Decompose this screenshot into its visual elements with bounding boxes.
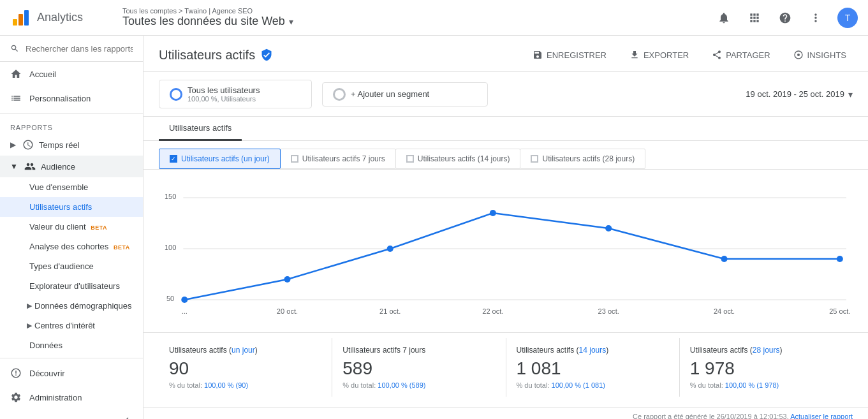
share-icon	[712, 50, 722, 60]
data-point-5	[605, 225, 612, 232]
sidebar-search-area[interactable]	[0, 36, 143, 62]
sidebar-section-rapports: RAPPORTS	[0, 116, 143, 134]
data-point-6	[721, 256, 727, 262]
sidebar-divider-2	[0, 358, 143, 358]
date-range-picker[interactable]: 19 oct. 2019 - 25 oct. 2019 ▾	[746, 89, 853, 99]
date-range-chevron: ▾	[848, 89, 853, 99]
sidebar-item-audience[interactable]: ▼ Audience	[0, 156, 143, 177]
sidebar-item-decouvrir[interactable]: Découvrir	[0, 361, 143, 385]
sidebar-sub-item-donnees[interactable]: Données	[0, 335, 143, 355]
stat-link-28[interactable]: 28 jours	[753, 346, 780, 355]
insights-icon	[793, 50, 804, 60]
chart-tab-7-jours[interactable]: Utilisateurs actifs 7 jours	[280, 149, 396, 169]
segment-chip-2[interactable]: + Ajouter un segment	[322, 82, 488, 107]
chart-tab-14-jours[interactable]: Utilisateurs actifs (14 jours)	[395, 149, 521, 169]
site-title[interactable]: Toutes les données du site Web ▾	[122, 15, 715, 28]
sidebar-sub-item-vue-ensemble[interactable]: Vue d'ensemble	[0, 177, 143, 197]
page-title-area: Utilisateurs actifs	[159, 48, 273, 62]
svg-rect-1	[18, 14, 23, 26]
save-button[interactable]: ENREGISTRER	[526, 46, 613, 64]
nav-icons: T	[715, 8, 858, 28]
export-button[interactable]: EXPORTER	[623, 46, 695, 64]
chart-tab-checkbox-14	[406, 155, 414, 163]
sidebar-decouvrir-label: Découvrir	[29, 369, 65, 378]
sidebar-item-accueil[interactable]: Accueil	[0, 62, 143, 86]
stat-link-1[interactable]: un jour	[232, 346, 255, 355]
discover-icon	[10, 367, 22, 379]
bell-icon-btn[interactable]	[715, 9, 733, 27]
tab-utilisateurs-actifs[interactable]: Utilisateurs actifs	[159, 117, 242, 141]
chart-tab-14-label: Utilisateurs actifs (14 jours)	[418, 154, 510, 163]
sidebar-sub-item-valeur-client[interactable]: Valeur du client BETA	[0, 217, 143, 237]
sidebar-sub-item-donnees-demographiques[interactable]: ▶ Données démographiques	[0, 296, 143, 316]
audience-icon	[24, 161, 36, 172]
chart-tab-checkbox-28	[531, 155, 538, 163]
footer-text: Ce rapport a été généré le 26/10/2019 à …	[633, 413, 789, 419]
svg-text:24 oct.: 24 oct.	[714, 307, 735, 315]
svg-text:21 oct.: 21 oct.	[379, 307, 401, 315]
stat-sublabel-link-7[interactable]: 100,00 % (589)	[378, 381, 425, 389]
chart-tab-28-jours[interactable]: Utilisateurs actifs (28 jours)	[520, 149, 645, 169]
search-icon	[10, 43, 19, 54]
home-icon	[10, 68, 22, 80]
sidebar-item-personnalisation[interactable]: Personnalisation	[0, 86, 143, 110]
chart-tab-1-label: Utilisateurs actifs (un jour)	[181, 154, 270, 163]
beta-badge-cohortes: BETA	[114, 244, 130, 251]
svg-text:20 oct.: 20 oct.	[277, 307, 298, 315]
avatar[interactable]: T	[837, 8, 858, 28]
svg-text:50: 50	[166, 295, 174, 302]
sidebar-sub-item-types-audience[interactable]: Types d'audience	[0, 256, 143, 276]
chevron-donnees-demo: ▶	[27, 302, 32, 310]
sidebar-sub-item-utilisateurs-actifs[interactable]: Utilisateurs actifs	[0, 197, 143, 217]
beta-badge-valeur: BETA	[91, 224, 107, 231]
data-point-3	[387, 246, 394, 252]
stat-link-14[interactable]: 14 jours	[579, 346, 607, 355]
share-button[interactable]: PARTAGER	[705, 46, 776, 64]
stat-item-14-jours: Utilisateurs actifs (14 jours) 1 081 % d…	[506, 338, 680, 397]
search-input[interactable]	[26, 44, 133, 54]
segment-chip-1[interactable]: Tous les utilisateurs 100,00 %, Utilisat…	[159, 80, 312, 108]
sidebar-sub-item-centres-interet[interactable]: ▶ Centres d'intérêt	[0, 316, 143, 335]
admin-icon	[10, 392, 22, 403]
insights-label: INSIGHTS	[807, 50, 846, 60]
content-header: Utilisateurs actifs ENREGISTRER EXPORTER…	[143, 36, 868, 72]
more-icon-btn[interactable]	[807, 9, 825, 27]
stat-item-1-jour: Utilisateurs actifs (un jour) 90 % du to…	[159, 338, 332, 397]
stat-sublabel-link-1[interactable]: 100,00 % (90)	[204, 381, 248, 389]
personalization-icon	[10, 92, 22, 104]
sidebar-collapse-button[interactable]	[0, 409, 143, 419]
svg-text:25 oct.: 25 oct.	[829, 307, 850, 315]
chart-tab-1-jour[interactable]: Utilisateurs actifs (un jour)	[159, 149, 281, 169]
stat-sublabel-link-28[interactable]: 100,00 % (1 978)	[725, 381, 779, 389]
sidebar-item-administration[interactable]: Administration	[0, 385, 143, 409]
clock-icon	[22, 139, 34, 151]
stat-value-28: 1 978	[690, 358, 842, 379]
chart-tabs: Utilisateurs actifs (un jour) Utilisateu…	[143, 141, 868, 170]
help-icon-btn[interactable]	[776, 9, 794, 27]
stat-item-7-jours: Utilisateurs actifs 7 jours 589 % du tot…	[332, 338, 506, 397]
sidebar-divider	[0, 113, 143, 114]
header-actions: ENREGISTRER EXPORTER PARTAGER INSIGHTS	[526, 46, 853, 64]
top-nav: Analytics Tous les comptes > Twaino | Ag…	[0, 0, 868, 36]
verified-icon	[260, 48, 273, 61]
segment-1-sublabel: 100,00 %, Utilisateurs	[188, 95, 260, 103]
chart-tab-7-label: Utilisateurs actifs 7 jours	[302, 154, 385, 163]
refresh-link[interactable]: Actualiser le rapport	[790, 413, 853, 419]
stat-value-7: 589	[342, 358, 495, 379]
more-icon	[809, 11, 822, 24]
chart-tab-checkbox-1	[170, 155, 177, 163]
grid-icon-btn[interactable]	[746, 9, 763, 27]
segment-circle-1	[170, 88, 182, 101]
sidebar-sub-item-explorateur[interactable]: Explorateur d'utilisateurs	[0, 276, 143, 296]
insights-button[interactable]: INSIGHTS	[787, 46, 853, 64]
bell-icon	[717, 11, 730, 24]
stat-value-1: 90	[169, 358, 321, 379]
sidebar-sub-item-analyse-cohortes[interactable]: Analyse des cohortes BETA	[0, 237, 143, 256]
svg-text:23 oct.: 23 oct.	[598, 307, 619, 315]
stat-sublabel-link-14[interactable]: 100,00 % (1 081)	[552, 381, 605, 389]
collapse-icon	[121, 415, 133, 419]
logo-area: Analytics	[10, 8, 112, 28]
stats-row: Utilisateurs actifs (un jour) 90 % du to…	[143, 332, 868, 407]
sidebar-item-temps-reel[interactable]: ▶ Temps réel	[0, 134, 143, 156]
export-icon	[629, 50, 640, 60]
